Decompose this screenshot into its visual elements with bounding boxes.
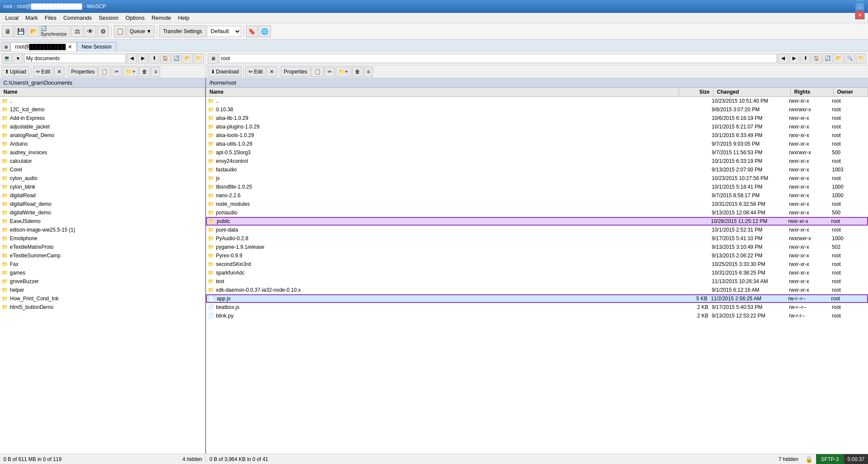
right-back-btn[interactable]: ◀ <box>778 53 788 64</box>
left-properties-button[interactable]: Properties <box>68 67 98 77</box>
right-file-list[interactable]: 📁 .. 10/23/2015 10:51:40 PM rwxr-xr-x ro… <box>206 97 868 454</box>
menu-options[interactable]: Options <box>122 14 148 22</box>
table-row[interactable]: 📁 alsa-lib-1.0.29 10/6/2015 6:16:19 PM r… <box>206 114 868 122</box>
right-up-btn[interactable]: ⬆ <box>800 53 810 64</box>
table-row[interactable]: 📁 alsa-utils-1.0.29 9/7/2015 9:03:05 PM … <box>206 140 868 148</box>
table-row[interactable]: 📁 node_modules 10/31/2015 6:32:56 PM rwx… <box>206 200 868 208</box>
left-copy-btn[interactable]: 📋 <box>98 67 111 77</box>
table-row[interactable]: 📄 beatbox.js 2 KB 9/17/2015 5:40:53 PM r… <box>206 303 868 311</box>
right-home-btn[interactable]: 🏠 <box>811 53 822 64</box>
table-row[interactable]: 📁 public 10/28/2015 11:25:12 PM rwxr-xr-… <box>206 217 868 226</box>
right-server-icon[interactable]: 🖥 <box>208 53 218 64</box>
right-move-btn[interactable]: ✂ <box>325 67 335 77</box>
left-move-btn[interactable]: ✂ <box>112 67 122 77</box>
menu-commands[interactable]: Commands <box>60 14 95 22</box>
right-rights-header[interactable]: Rights <box>791 88 834 96</box>
list-item[interactable]: 📁edison-image-ww25.5-15 (1) <box>0 226 205 234</box>
table-row[interactable]: 📁 libsndfile-1.0.25 10/1/2015 5:18:41 PM… <box>206 183 868 191</box>
right-new-btn[interactable]: 📁 <box>856 53 866 64</box>
left-drive-icon[interactable]: 💻 <box>2 53 12 64</box>
right-copy-btn[interactable]: 📋 <box>311 67 324 77</box>
list-item[interactable]: 📁audrey_invoices <box>0 148 205 157</box>
maximize-button[interactable]: □ <box>855 2 865 11</box>
left-new-btn[interactable]: 📁 <box>194 53 204 64</box>
list-item[interactable]: 📁digitalRead <box>0 191 205 200</box>
menu-local[interactable]: Local <box>2 14 22 22</box>
list-item[interactable]: 📁Corel <box>0 165 205 174</box>
table-row[interactable]: 📁 sparkfunAdc 10/31/2015 6:38:25 PM rwxr… <box>206 269 868 277</box>
list-item[interactable]: 📁digitalWrite_demo <box>0 208 205 217</box>
list-item[interactable]: 📁12C_lcd_demo <box>0 105 205 114</box>
table-row[interactable]: 📁 apt-0.5.15lorg3 9/7/2015 11:56:53 PM r… <box>206 148 868 157</box>
close-button[interactable]: ✕ <box>855 11 865 19</box>
list-item[interactable]: 📁Emotiphone <box>0 234 205 243</box>
right-fwd-btn[interactable]: ▶ <box>789 53 799 64</box>
left-file-list[interactable]: 📁..📁12C_lcd_demo📁Add-in Express📁adjustab… <box>0 97 205 454</box>
left-open-btn[interactable]: 📂 <box>182 53 193 64</box>
menu-files[interactable]: Files <box>41 14 60 22</box>
table-row[interactable]: 📁 portaudio 9/13/2015 12:08:44 PM rwxr-x… <box>206 208 868 217</box>
preferences-btn[interactable]: ⚙ <box>97 25 109 37</box>
left-refresh-btn[interactable]: 🔄 <box>171 53 182 64</box>
list-item[interactable]: 📁eTextileMatrixProto <box>0 243 205 251</box>
right-delete-button[interactable]: ✕ <box>267 67 277 77</box>
compare-btn[interactable]: ⚖ <box>71 25 83 37</box>
save-session-btn[interactable]: 💾 <box>15 25 27 37</box>
left-edit-button[interactable]: ✏ Edit <box>33 67 53 77</box>
right-path-input[interactable] <box>219 54 777 63</box>
menu-help[interactable]: Help <box>174 14 193 22</box>
table-row[interactable]: 📁 nano-2.2.6 9/7/2015 8:58:17 PM rwxr-xr… <box>206 191 868 200</box>
left-dropdown-icon[interactable]: ▼ <box>13 53 23 64</box>
right-filter-btn[interactable]: ≡ <box>364 67 373 77</box>
list-item[interactable]: 📁calculator <box>0 157 205 165</box>
menu-remote[interactable]: Remote <box>148 14 175 22</box>
list-item[interactable]: 📁cylon_blink <box>0 183 205 191</box>
left-delete-button[interactable]: ✕ <box>54 67 64 77</box>
list-item[interactable]: 📁Arduino <box>0 140 205 148</box>
left-home-btn[interactable]: 🏠 <box>160 53 170 64</box>
table-row[interactable]: 📁 secondSKin3rd 10/25/2015 3:33:30 PM rw… <box>206 260 868 269</box>
table-row[interactable]: 📁 xdk-daemon-0.0.37-ia32-node-0.10.x 9/1… <box>206 286 868 294</box>
right-open-btn[interactable]: 📂 <box>834 53 844 64</box>
list-item[interactable]: 📁Add-in Express <box>0 114 205 122</box>
new-session-button[interactable]: New Session <box>77 42 116 51</box>
list-item[interactable]: 📁cylon_audio <box>0 174 205 183</box>
left-back-btn[interactable]: ◀ <box>127 53 137 64</box>
upload-button[interactable]: ⬆ Upload <box>2 67 29 77</box>
left-up-btn[interactable]: ⬆ <box>149 53 159 64</box>
left-path-input[interactable] <box>24 54 126 63</box>
list-item[interactable]: 📁adjustable_jacket <box>0 122 205 131</box>
list-item[interactable]: 📁html5_buttonDemo <box>0 303 205 311</box>
new-connection-btn[interactable]: 🖥 <box>2 25 14 37</box>
globe-btn[interactable]: 🌐 <box>259 25 271 37</box>
list-item[interactable]: 📁helper <box>0 286 205 294</box>
left-newdir-btn[interactable]: 📁+ <box>123 67 138 77</box>
copy-btn[interactable]: 📋 <box>114 25 126 37</box>
left-name-header[interactable]: Name <box>0 88 205 96</box>
list-item[interactable]: 📁eTextileSummerCamp <box>0 251 205 260</box>
download-button[interactable]: ⬇ Download <box>208 67 242 77</box>
tab-icon-btn[interactable]: 🖥 <box>2 43 10 51</box>
table-row[interactable]: 📁 Pyrex-0.9.9 9/13/2015 2:06:22 PM rwxr-… <box>206 251 868 260</box>
table-row[interactable]: 📁 alsa-tools-1.0.29 10/1/2015 6:33:49 PM… <box>206 131 868 140</box>
table-row[interactable]: 📁 alsa-plugins-1.0.29 10/1/2015 6:21:07 … <box>206 122 868 131</box>
list-item[interactable]: 📁Fax <box>0 260 205 269</box>
table-row[interactable]: 📁 pygame-1.9.1release 9/13/2015 3:10:49 … <box>206 243 868 251</box>
table-row[interactable]: 📄 blink.py 2 KB 9/13/2015 12:53:22 PM rw… <box>206 311 868 320</box>
right-edit-button[interactable]: ✏ Edit <box>246 67 266 77</box>
list-item[interactable]: 📁groveBuzzer <box>0 277 205 286</box>
table-row[interactable]: 📁 fastaudio 9/13/2015 2:07:00 PM rwxr-xr… <box>206 165 868 174</box>
right-newdir-btn[interactable]: 📁+ <box>336 67 351 77</box>
table-row[interactable]: 📁 0.10.38 9/8/2015 3:07:20 PM rwxrwxr-x … <box>206 105 868 114</box>
transfer-settings-dropdown[interactable]: Default <box>207 26 241 37</box>
show-btn[interactable]: 👁 <box>84 25 96 37</box>
menu-mark[interactable]: Mark <box>22 14 41 22</box>
right-size-header[interactable]: Size <box>679 88 713 96</box>
table-row[interactable]: 📁 test 11/13/2015 10:26:34 AM rwxr-xr-x … <box>206 277 868 286</box>
left-fwd-btn[interactable]: ▶ <box>138 53 148 64</box>
left-filter-btn[interactable]: ≡ <box>151 67 160 77</box>
bookmark-btn[interactable]: 🔖 <box>246 25 258 37</box>
table-row[interactable]: 📁 PyAudio-0.2.8 9/17/2015 5:41:10 PM rwx… <box>206 234 868 243</box>
session-tab-close-icon[interactable]: ✕ <box>68 44 72 50</box>
open-session-btn[interactable]: 📂 <box>27 25 39 37</box>
